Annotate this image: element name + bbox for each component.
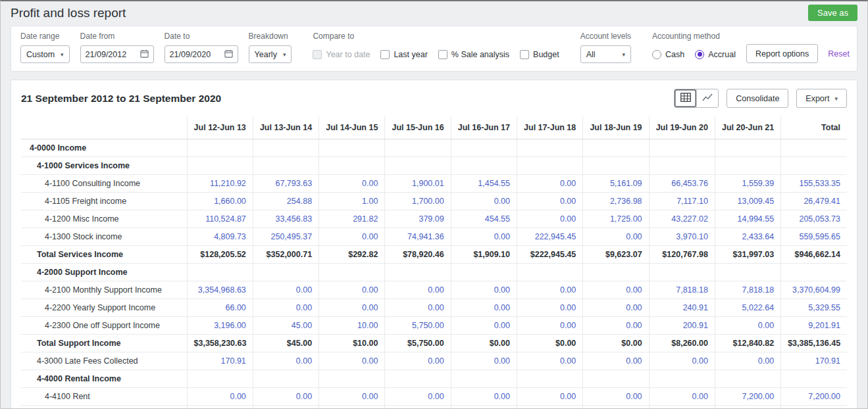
amount-cell[interactable]: 0.00 xyxy=(319,299,385,317)
amount-cell[interactable]: 5,161.09 xyxy=(583,175,649,193)
amount-cell[interactable]: 1,454.55 xyxy=(451,175,517,193)
amount-cell[interactable]: 0.00 xyxy=(517,352,582,370)
calendar-icon[interactable] xyxy=(140,49,149,60)
amount-cell[interactable]: 0.00 xyxy=(517,281,582,299)
amount-cell[interactable]: 0.00 xyxy=(583,352,649,370)
reset-link[interactable]: Reset xyxy=(828,49,850,59)
amount-cell[interactable]: 14,994.55 xyxy=(715,210,780,228)
amount-cell[interactable]: 0.00 xyxy=(385,406,451,409)
amount-cell[interactable]: 7,200.00 xyxy=(781,388,847,406)
amount-cell[interactable]: 0.00 xyxy=(385,281,451,299)
amount-cell[interactable]: 110,524.87 xyxy=(187,210,253,228)
export-button[interactable]: Export ▾ xyxy=(796,89,847,108)
amount-cell[interactable]: 1,660.00 xyxy=(187,193,253,210)
amount-cell[interactable]: 0.00 xyxy=(253,352,319,370)
account-levels-select[interactable]: All ▾ xyxy=(580,45,631,63)
amount-cell[interactable]: 43,227.02 xyxy=(649,210,715,228)
amount-cell[interactable]: 7,117.10 xyxy=(649,193,715,210)
radio-icon[interactable] xyxy=(695,50,704,59)
amount-cell[interactable]: 0.00 xyxy=(319,388,385,406)
amount-cell[interactable]: 222,945.45 xyxy=(517,228,582,246)
amount-cell[interactable]: 0.00 xyxy=(253,299,319,317)
amount-cell[interactable]: 155,533.35 xyxy=(781,175,847,193)
amount-cell[interactable]: 0.00 xyxy=(517,299,582,317)
amount-cell[interactable]: 0.00 xyxy=(715,352,780,370)
amount-cell[interactable]: 9,201.91 xyxy=(781,317,847,335)
amount-cell[interactable]: 1,559.39 xyxy=(715,175,780,193)
date-to-input[interactable]: 21/09/2020 xyxy=(165,45,238,63)
amount-cell[interactable]: 0.00 xyxy=(715,317,780,335)
amount-cell[interactable]: 0.00 xyxy=(451,228,517,246)
consolidate-button[interactable]: Consolidate xyxy=(727,89,788,108)
amount-cell[interactable]: 1,700.00 xyxy=(385,193,451,210)
amount-cell[interactable]: 7,996.37 xyxy=(715,406,780,409)
amount-cell[interactable]: 0.00 xyxy=(451,388,517,406)
amount-cell[interactable]: 0.00 xyxy=(253,281,319,299)
amount-cell[interactable]: 3,970.10 xyxy=(649,228,715,246)
amount-cell[interactable]: 3,354,968.63 xyxy=(187,281,253,299)
amount-cell[interactable]: 170.91 xyxy=(187,352,253,370)
radio-cash[interactable]: Cash xyxy=(652,50,684,59)
report-options-button[interactable]: Report options xyxy=(746,44,818,63)
amount-cell[interactable]: 11,210.92 xyxy=(187,175,253,193)
amount-cell[interactable]: 0.00 xyxy=(583,406,649,409)
amount-cell[interactable]: 2,736.98 xyxy=(583,193,649,210)
amount-cell[interactable]: 3,196.00 xyxy=(187,317,253,335)
amount-cell[interactable]: 0.00 xyxy=(517,388,582,406)
radio-icon[interactable] xyxy=(652,50,661,59)
amount-cell[interactable]: 1,725.00 xyxy=(583,210,649,228)
amount-cell[interactable]: 0.00 xyxy=(583,317,649,335)
amount-cell[interactable]: 0.00 xyxy=(451,352,517,370)
checkbox-icon[interactable] xyxy=(520,50,529,59)
amount-cell[interactable]: 0.00 xyxy=(451,317,517,335)
amount-cell[interactable]: 7,996.37 xyxy=(781,406,847,409)
amount-cell[interactable]: 0.00 xyxy=(451,406,517,409)
amount-cell[interactable]: 200.91 xyxy=(649,317,715,335)
amount-cell[interactable]: 0.00 xyxy=(319,406,385,409)
amount-cell[interactable]: 74,941.36 xyxy=(385,228,451,246)
amount-cell[interactable]: 4,809.73 xyxy=(187,228,253,246)
amount-cell[interactable]: 240.91 xyxy=(649,299,715,317)
amount-cell[interactable]: 559,595.65 xyxy=(781,228,847,246)
amount-cell[interactable]: 66.00 xyxy=(187,299,253,317)
amount-cell[interactable]: 291.82 xyxy=(319,210,385,228)
amount-cell[interactable]: 0.00 xyxy=(451,281,517,299)
amount-cell[interactable]: 5,329.55 xyxy=(781,299,847,317)
amount-cell[interactable]: 0.00 xyxy=(319,228,385,246)
amount-cell[interactable]: 0.00 xyxy=(517,210,582,228)
amount-cell[interactable]: 1.00 xyxy=(319,193,385,210)
amount-cell[interactable]: 67,793.63 xyxy=(253,175,319,193)
amount-cell[interactable]: 205,053.73 xyxy=(781,210,847,228)
date-from-input[interactable]: 21/09/2012 xyxy=(80,45,154,63)
checkbox-budget[interactable]: Budget xyxy=(520,50,559,59)
amount-cell[interactable]: 5,750.00 xyxy=(385,317,451,335)
amount-cell[interactable]: 0.00 xyxy=(253,388,319,406)
amount-cell[interactable]: 3,370,604.99 xyxy=(781,281,847,299)
amount-cell[interactable]: 7,818.18 xyxy=(715,281,780,299)
amount-cell[interactable]: 0.00 xyxy=(385,299,451,317)
amount-cell[interactable]: 1,900.01 xyxy=(385,175,451,193)
amount-cell[interactable]: 0.00 xyxy=(517,175,582,193)
amount-cell[interactable]: 0.00 xyxy=(319,175,385,193)
amount-cell[interactable]: 0.00 xyxy=(187,388,253,406)
amount-cell[interactable]: 0.00 xyxy=(517,193,582,210)
amount-cell[interactable]: 250,495.37 xyxy=(253,228,319,246)
checkbox-icon[interactable] xyxy=(380,50,390,59)
amount-cell[interactable]: 254.88 xyxy=(253,193,319,210)
amount-cell[interactable]: 0.00 xyxy=(253,406,319,409)
save-as-button[interactable]: Save as xyxy=(808,5,857,21)
amount-cell[interactable]: 0.00 xyxy=(583,299,649,317)
amount-cell[interactable]: 45.00 xyxy=(253,317,319,335)
amount-cell[interactable]: 379.09 xyxy=(385,210,451,228)
amount-cell[interactable]: 0.00 xyxy=(649,352,715,370)
amount-cell[interactable]: 7,818.18 xyxy=(649,281,715,299)
amount-cell[interactable]: 10.00 xyxy=(319,317,385,335)
radio-accrual[interactable]: Accrual xyxy=(695,50,736,59)
amount-cell[interactable]: 0.00 xyxy=(319,281,385,299)
amount-cell[interactable]: 0.00 xyxy=(649,406,715,409)
amount-cell[interactable]: 454.55 xyxy=(451,210,517,228)
amount-cell[interactable]: 0.00 xyxy=(517,406,582,409)
amount-cell[interactable]: 2,433.64 xyxy=(715,228,780,246)
amount-cell[interactable]: 0.00 xyxy=(319,352,385,370)
checkbox-sale-analysis[interactable]: % Sale analysis xyxy=(438,50,509,59)
